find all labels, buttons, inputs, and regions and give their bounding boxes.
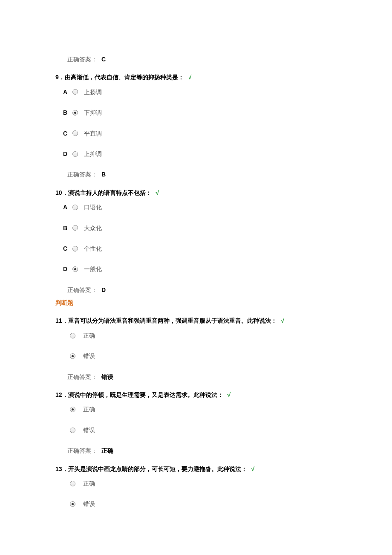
option-a[interactable]: A 口语化 [63, 202, 337, 212]
radio-icon[interactable] [72, 225, 78, 231]
answer-line: 正确答案： 正确 [67, 446, 337, 455]
option-c[interactable]: C 平直调 [63, 129, 337, 138]
answer-label: 正确答案： [67, 56, 97, 63]
question-12: 12．演说中的停顿，既是生理需要，又是表达需求。此种说法： √ 正确 错误 正确… [55, 390, 337, 456]
radio-icon[interactable] [70, 353, 75, 359]
option-text: 一般化 [84, 264, 102, 274]
option-text: 口语化 [84, 202, 102, 212]
question-10: 10．演说主持人的语言特点不包括： √ A 口语化 B 大众化 C 个性化 D … [55, 188, 337, 295]
option-text: 大众化 [84, 223, 102, 233]
option-text: 错误 [83, 351, 95, 361]
option-b[interactable]: B 大众化 [63, 223, 337, 233]
answer-value: B [101, 171, 106, 178]
question-body: 重音可以分为语法重音和强调重音两种，强调重音服从于语法重音。此种说法： [68, 317, 277, 324]
radio-icon[interactable] [70, 333, 75, 338]
section-header-tf: 判断题 [55, 298, 337, 307]
radio-icon[interactable] [72, 89, 78, 95]
radio-icon[interactable] [72, 110, 78, 116]
option-d[interactable]: D 上抑调 [63, 149, 337, 159]
radio-icon[interactable] [70, 407, 75, 412]
option-letter: A [63, 87, 71, 97]
option-false[interactable]: 错误 [68, 499, 337, 509]
option-d[interactable]: D 一般化 [63, 264, 337, 274]
option-letter: D [63, 149, 71, 159]
option-a[interactable]: A 上扬调 [63, 87, 337, 97]
check-icon: √ [156, 189, 159, 196]
option-text: 个性化 [84, 244, 102, 253]
option-letter: B [63, 108, 71, 117]
option-true[interactable]: 正确 [68, 331, 337, 340]
option-text: 上扬调 [84, 87, 102, 97]
radio-icon[interactable] [72, 266, 78, 272]
question-11: 11．重音可以分为语法重音和强调重音两种，强调重音服从于语法重音。此种说法： √… [55, 316, 337, 382]
question-number: 12． [55, 391, 68, 398]
option-true[interactable]: 正确 [68, 479, 337, 488]
option-text: 平直调 [84, 129, 102, 138]
question-number: 9． [55, 74, 65, 81]
answer-label: 正确答案： [67, 447, 97, 454]
option-letter: D [63, 264, 71, 274]
radio-icon[interactable] [72, 151, 78, 157]
radio-icon[interactable] [70, 501, 75, 507]
question-body: 演说中的停顿，既是生理需要，又是表达需求。此种说法： [68, 391, 223, 398]
prev-answer: 正确答案： C [67, 55, 337, 64]
question-number: 11． [55, 317, 68, 324]
answer-value: C [101, 56, 106, 63]
option-b[interactable]: B 下抑调 [63, 108, 337, 117]
option-text: 正确 [83, 405, 95, 414]
question-body: 开头是演说中画龙点睛的部分，可长可短，要力避拖沓。此种说法： [68, 465, 247, 472]
radio-icon[interactable] [70, 481, 75, 486]
answer-line: 正确答案： B [67, 170, 337, 179]
answer-value: D [101, 286, 106, 293]
option-text: 正确 [83, 331, 95, 340]
question-body: 由高渐低，代表自信、肯定等的抑扬种类是： [65, 74, 184, 81]
answer-line: 正确答案： D [67, 285, 337, 295]
option-letter: A [63, 202, 71, 212]
question-body: 演说主持人的语言特点不包括： [68, 189, 152, 196]
check-icon: √ [251, 465, 254, 472]
question-text: 12．演说中的停顿，既是生理需要，又是表达需求。此种说法： √ [55, 390, 337, 399]
option-letter: B [63, 223, 71, 233]
option-letter: C [63, 244, 71, 253]
radio-icon[interactable] [72, 205, 78, 210]
question-number: 10． [55, 189, 68, 196]
answer-label: 正确答案： [67, 171, 97, 178]
question-text: 13．开头是演说中画龙点睛的部分，可长可短，要力避拖沓。此种说法： √ [55, 464, 337, 474]
option-text: 错误 [83, 499, 95, 509]
answer-label: 正确答案： [67, 373, 97, 380]
answer-label: 正确答案： [67, 286, 97, 293]
radio-icon[interactable] [70, 428, 75, 433]
question-13: 13．开头是演说中画龙点睛的部分，可长可短，要力避拖沓。此种说法： √ 正确 错… [55, 464, 337, 509]
check-icon: √ [281, 317, 284, 324]
answer-value: 正确 [101, 447, 113, 454]
question-number: 13． [55, 465, 68, 472]
option-false[interactable]: 错误 [68, 425, 337, 435]
option-true[interactable]: 正确 [68, 405, 337, 414]
option-letter: C [63, 129, 71, 138]
question-text: 10．演说主持人的语言特点不包括： √ [55, 188, 337, 197]
radio-icon[interactable] [72, 130, 78, 136]
question-text: 11．重音可以分为语法重音和强调重音两种，强调重音服从于语法重音。此种说法： √ [55, 316, 337, 325]
option-text: 下抑调 [84, 108, 102, 117]
option-false[interactable]: 错误 [68, 351, 337, 361]
option-c[interactable]: C 个性化 [63, 244, 337, 253]
answer-value: 错误 [101, 373, 113, 380]
question-text: 9．由高渐低，代表自信、肯定等的抑扬种类是： √ [55, 72, 337, 82]
answer-line: 正确答案： 错误 [67, 372, 337, 382]
question-9: 9．由高渐低，代表自信、肯定等的抑扬种类是： √ A 上扬调 B 下抑调 C 平… [55, 72, 337, 179]
check-icon: √ [188, 74, 192, 81]
option-text: 正确 [83, 479, 95, 488]
check-icon: √ [227, 391, 231, 398]
option-text: 上抑调 [84, 149, 102, 159]
option-text: 错误 [83, 425, 95, 435]
radio-icon[interactable] [72, 246, 78, 251]
